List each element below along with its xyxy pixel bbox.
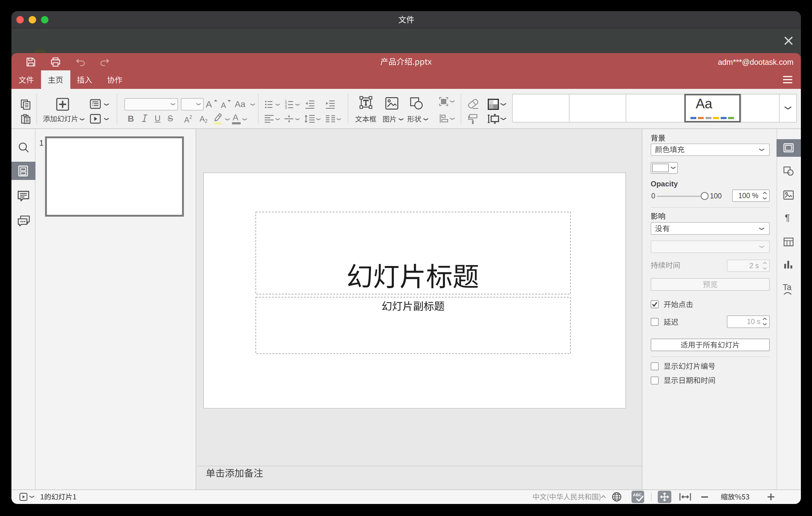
- svg-text:3: 3: [285, 105, 287, 110]
- svg-text:ABC: ABC: [633, 492, 642, 497]
